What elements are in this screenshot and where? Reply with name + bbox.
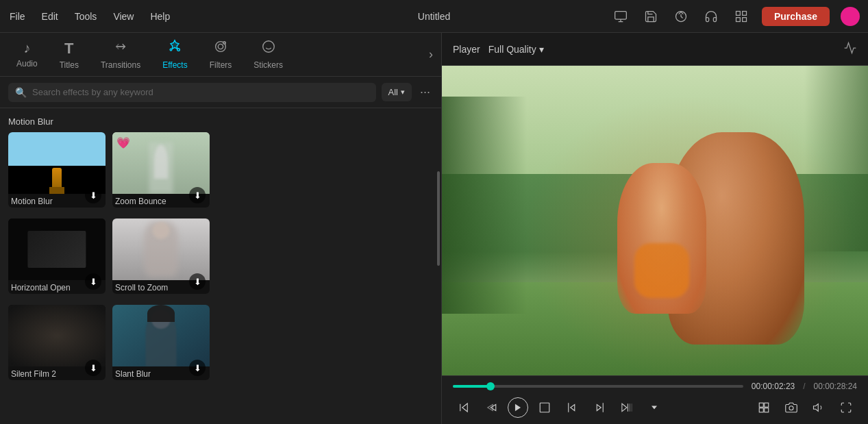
- svg-point-6: [177, 49, 180, 51]
- play-button[interactable]: [508, 397, 528, 418]
- effect-card-horizontal-open[interactable]: ⬇ Horizontal Open: [8, 219, 106, 294]
- tab-stickers[interactable]: Stickers: [243, 36, 294, 73]
- tab-titles[interactable]: T Titles: [49, 37, 90, 73]
- snapshot-button[interactable]: [780, 397, 802, 419]
- export-icon[interactable]: [671, 7, 691, 26]
- progress-thumb[interactable]: [486, 382, 495, 390]
- effects-row-2: ⬇ Horizontal Open ⬇ Scr: [8, 219, 433, 294]
- player-controls: 00:00:02:23 / 00:00:28:24: [442, 375, 868, 424]
- tab-stickers-label: Stickers: [253, 60, 283, 70]
- fullscreen-button[interactable]: [835, 397, 857, 419]
- favorite-icon-zoom-bounce: 💗: [116, 136, 130, 149]
- controls-row: [453, 397, 857, 419]
- effect-card-scroll-to-zoom[interactable]: ⬇ Scroll to Zoom: [112, 219, 210, 294]
- svg-point-9: [218, 44, 223, 49]
- right-panel: Player Full Quality ▾: [442, 33, 868, 424]
- mark-in-button[interactable]: [561, 397, 583, 419]
- effects-icon: [167, 39, 182, 58]
- effect-thumb-motion-blur: [8, 132, 106, 194]
- effect-thumb-horiz-open: [8, 219, 106, 280]
- quality-label: Full Quality: [488, 44, 536, 55]
- stop-button[interactable]: [534, 397, 556, 419]
- progress-fill: [453, 385, 491, 388]
- effect-thumb-slant-blur: [112, 305, 210, 366]
- effect-thumb-scroll-to-zoom: [112, 219, 210, 280]
- skip-back-button[interactable]: [453, 397, 475, 419]
- search-input-wrap[interactable]: 🔍: [8, 83, 376, 102]
- more-options-button[interactable]: ···: [417, 82, 433, 102]
- section-motion-blur: Motion Blur ⬇ Motion Blur: [8, 116, 433, 208]
- menu-file[interactable]: File: [8, 8, 27, 25]
- effect-card-zoom-bounce[interactable]: 💗 ⬇ Zoom Bounce: [112, 132, 210, 208]
- player-header: Player Full Quality ▾: [442, 33, 868, 66]
- svg-rect-27: [759, 408, 763, 412]
- ripple-dropdown[interactable]: [643, 397, 665, 419]
- step-back-button[interactable]: [480, 397, 502, 419]
- tab-audio-label: Audio: [16, 59, 38, 68]
- purchase-button[interactable]: Purchase: [762, 7, 830, 26]
- analytics-icon[interactable]: [843, 41, 857, 58]
- effects-row-3: ⬇ Silent Film 2: [8, 305, 433, 380]
- effects-container: Motion Blur ⬇ Motion Blur: [0, 108, 441, 424]
- svg-rect-28: [765, 408, 769, 412]
- main-content: ♪ Audio T Titles Transitions: [0, 33, 868, 424]
- progress-row: 00:00:02:23 / 00:00:28:24: [453, 382, 857, 391]
- menu-tools[interactable]: Tools: [73, 8, 99, 25]
- monitor-icon[interactable]: [611, 7, 630, 26]
- menu-edit[interactable]: Edit: [40, 8, 60, 25]
- effect-card-silent-film[interactable]: ⬇ Silent Film 2: [8, 305, 106, 380]
- progress-bar[interactable]: [453, 385, 743, 388]
- filter-label: All: [388, 87, 398, 97]
- tab-filters[interactable]: Filters: [199, 36, 243, 73]
- layout-button[interactable]: [753, 397, 775, 419]
- effect-thumb-silent-film: [8, 305, 106, 366]
- svg-rect-4: [736, 17, 740, 21]
- ripple-button[interactable]: [616, 397, 638, 419]
- effect-card-motion-blur[interactable]: ⬇ Motion Blur: [8, 132, 106, 208]
- svg-marker-20: [622, 403, 627, 411]
- svg-rect-25: [759, 403, 763, 407]
- svg-point-7: [171, 49, 173, 51]
- avatar[interactable]: [841, 7, 860, 26]
- filters-icon: [213, 39, 228, 58]
- quality-dropdown[interactable]: Full Quality ▾: [488, 44, 544, 55]
- menu-view[interactable]: View: [112, 8, 135, 25]
- mark-out-button[interactable]: [588, 397, 610, 419]
- svg-rect-3: [743, 11, 747, 15]
- tab-more-chevron[interactable]: ›: [426, 45, 436, 64]
- effects-row-1: ⬇ Motion Blur 💗 ⬇ Zoom Bounce: [8, 132, 433, 208]
- tab-effects[interactable]: Effects: [151, 36, 198, 73]
- menu-bar: File Edit Tools View Help Untitled: [0, 0, 868, 33]
- download-icon-silent-film: ⬇: [85, 360, 101, 376]
- search-icon: 🔍: [15, 87, 27, 98]
- photo-warm-overlay: [442, 66, 868, 375]
- svg-rect-19: [540, 403, 549, 412]
- effect-card-slant-blur[interactable]: ⬇ Slant Blur: [112, 305, 210, 380]
- headphone-icon[interactable]: [702, 7, 721, 26]
- filter-dropdown[interactable]: All ▾: [382, 83, 412, 101]
- svg-point-11: [262, 41, 274, 53]
- save-icon[interactable]: [641, 7, 660, 26]
- svg-rect-0: [615, 11, 627, 19]
- tab-effects-label: Effects: [162, 60, 187, 70]
- time-separator: /: [803, 382, 805, 391]
- tab-titles-label: Titles: [60, 60, 79, 70]
- download-icon-scroll-to-zoom: ⬇: [189, 273, 206, 290]
- menu-items: File Edit Tools View Help: [8, 8, 611, 25]
- transitions-icon: [113, 39, 128, 58]
- volume-button[interactable]: [808, 397, 830, 419]
- time-total: 00:00:28:24: [814, 382, 857, 391]
- download-icon-slant-blur: ⬇: [189, 360, 206, 376]
- grid-icon[interactable]: [732, 7, 751, 26]
- menu-help[interactable]: Help: [149, 8, 171, 25]
- tab-filters-label: Filters: [210, 60, 232, 70]
- section-silent: ⬇ Silent Film 2: [8, 305, 433, 380]
- tab-transitions[interactable]: Transitions: [90, 36, 151, 73]
- download-icon-zoom-bounce: ⬇: [189, 187, 206, 203]
- tab-audio[interactable]: ♪ Audio: [5, 38, 49, 71]
- audio-icon: ♪: [23, 40, 30, 56]
- tab-transitions-label: Transitions: [101, 60, 140, 70]
- app-title: Untitled: [418, 11, 450, 22]
- titles-icon: T: [64, 40, 73, 58]
- search-input[interactable]: [32, 87, 369, 97]
